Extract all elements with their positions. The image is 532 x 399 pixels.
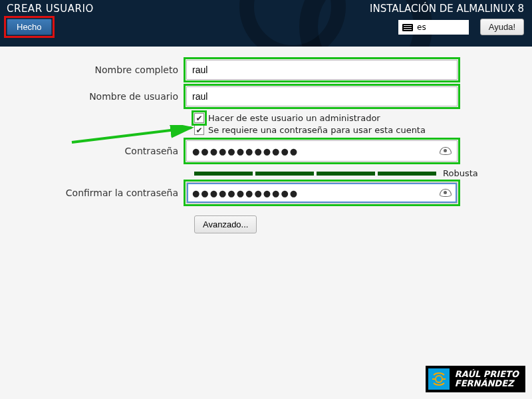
meter-segment	[255, 172, 314, 176]
create-user-form: Nombre completo Nombre de usuario ✔ Hace…	[0, 60, 532, 233]
require-password-checkbox-label: Se requiere una contraseña para usar est…	[208, 125, 426, 135]
installer-title: INSTALACIÓN DE ALMALINUX 8	[370, 3, 524, 15]
password-strength-meter: Robusta	[194, 168, 532, 178]
svg-point-1	[436, 376, 442, 382]
watermark: RAÚL PRIETO FERNÁNDEZ	[426, 366, 525, 392]
meter-segment	[317, 172, 375, 176]
confirm-password-input[interactable]: ●●●●●●●●●●●●	[186, 182, 458, 203]
password-input[interactable]: ●●●●●●●●●●●●	[186, 140, 458, 162]
password-strength-label: Robusta	[443, 168, 478, 178]
keyboard-icon	[402, 24, 413, 31]
username-input[interactable]	[186, 86, 458, 106]
meter-segment	[194, 172, 253, 176]
admin-checkbox-label: Hacer de este usuario un administrador	[208, 113, 380, 123]
watermark-text: RAÚL PRIETO FERNÁNDEZ	[455, 370, 519, 388]
watermark-icon	[428, 368, 450, 390]
header-bar: CREAR USUARIO INSTALACIÓN DE ALMALINUX 8…	[0, 0, 532, 47]
password-mask: ●●●●●●●●●●●●	[192, 188, 299, 198]
advanced-button[interactable]: Avanzado...	[194, 215, 257, 233]
username-label: Nombre de usuario	[0, 91, 186, 102]
keyboard-layout-label: es	[417, 23, 426, 32]
require-password-checkbox[interactable]: ✔	[194, 125, 204, 135]
fullname-input[interactable]	[186, 60, 458, 80]
done-button[interactable]: Hecho	[7, 19, 52, 35]
page-title: CREAR USUARIO	[7, 3, 94, 15]
meter-segment	[378, 172, 436, 176]
eye-icon[interactable]	[440, 189, 452, 197]
password-mask: ●●●●●●●●●●●●	[192, 146, 299, 156]
done-highlight: Hecho	[4, 16, 55, 38]
admin-checkbox[interactable]: ✔	[194, 113, 204, 123]
password-label: Contraseña	[0, 146, 186, 156]
watermark-line2: FERNÁNDEZ	[455, 378, 514, 388]
fullname-label: Nombre completo	[0, 65, 186, 75]
keyboard-layout-indicator[interactable]: es	[398, 20, 469, 35]
help-button[interactable]: Ayuda!	[480, 19, 524, 35]
confirm-password-label: Confirmar la contraseña	[0, 188, 186, 198]
eye-icon[interactable]	[440, 147, 452, 155]
